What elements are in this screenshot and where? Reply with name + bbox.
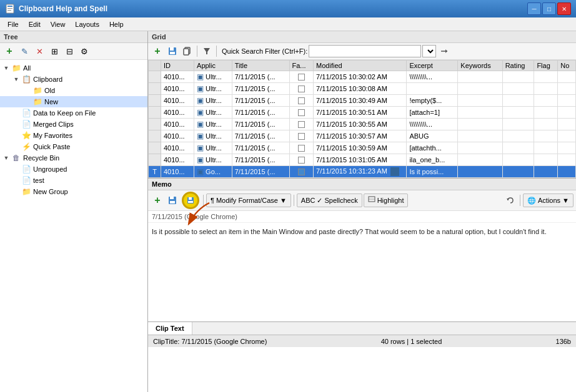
modify-format-button[interactable]: ¶ Modify Format/Case ▼ <box>206 194 291 207</box>
cell-fav <box>289 95 314 107</box>
cell-keywords <box>458 142 502 154</box>
tree-add-button[interactable]: + <box>2 44 16 58</box>
cell-title: 7/11/2015 (... <box>232 154 289 166</box>
grid-table-container[interactable]: ID Applic Title Fa... Modified Excerpt K… <box>148 60 576 178</box>
list-item[interactable]: ▼ 📁 All <box>0 62 147 74</box>
minimize-button[interactable]: ─ <box>527 2 541 15</box>
table-row[interactable]: 4010...▣ Ultr...7/11/2015 (...7/11/2015 … <box>149 119 576 130</box>
memo-toolbar: + ¶ <box>148 190 576 211</box>
cell-app: ▣ Ultr... <box>194 71 232 83</box>
menu-layouts[interactable]: Layouts <box>70 19 104 29</box>
maximize-button[interactable]: □ <box>542 2 556 15</box>
table-row[interactable]: 4010...▣ Ultr...7/11/2015 (...7/11/2015 … <box>149 95 576 107</box>
table-row[interactable]: T4010...▣ Go...7/11/2015 (...7/11/2015 1… <box>149 166 576 178</box>
col-rating[interactable]: Rating <box>502 61 534 71</box>
cell-rating <box>502 71 534 83</box>
cell-no <box>558 107 576 119</box>
actions-button[interactable]: 🌐 Actions ▼ <box>523 194 574 207</box>
col-flag[interactable]: Flag <box>534 61 558 71</box>
tree-settings-button[interactable]: ⚙ <box>77 44 91 58</box>
cell-flag <box>534 166 558 178</box>
memo-undo-button[interactable] <box>504 194 517 207</box>
svg-rect-1 <box>7 6 12 7</box>
cell-no <box>558 142 576 154</box>
cell-flag <box>534 154 558 166</box>
tree-expand-button[interactable]: ⊞ <box>47 44 61 58</box>
tab-clip-text[interactable]: Clip Text <box>148 322 192 335</box>
list-item[interactable]: ▶ 📁 Old <box>0 85 147 96</box>
tree-edit-button[interactable]: ✎ <box>17 44 31 58</box>
cell-modified: 7/11/2015 10:30:08 AM <box>314 83 407 95</box>
list-item[interactable]: ▶ 📁 New Group <box>0 186 147 197</box>
grid-save-button[interactable] <box>166 44 179 58</box>
table-row[interactable]: 4010...▣ Ultr...7/11/2015 (...7/11/2015 … <box>149 142 576 154</box>
cell-app: ▣ Ultr... <box>194 107 232 119</box>
col-keywords[interactable]: Keywords <box>458 61 502 71</box>
cell-modified: 7/11/2015 10:30:57 AM <box>314 130 407 142</box>
cell-keywords <box>458 119 502 130</box>
svg-rect-3 <box>7 10 11 11</box>
menu-help[interactable]: Help <box>104 19 129 29</box>
cell-rating <box>502 95 534 107</box>
table-row[interactable]: 4010...▣ Ultr...7/11/2015 (...7/11/2015 … <box>149 154 576 166</box>
row-info-status: 40 rows | 1 selected <box>381 338 442 345</box>
list-item[interactable]: ▶ 📄 Data to Keep on File <box>0 107 147 119</box>
cell-rating <box>502 154 534 166</box>
tree-collapse-button[interactable]: ⊟ <box>62 44 76 58</box>
menu-view[interactable]: View <box>46 19 71 29</box>
cell-app: ▣ Ultr... <box>194 130 232 142</box>
cell-rating <box>502 107 534 119</box>
search-edit-button[interactable] <box>437 44 451 58</box>
search-dropdown[interactable] <box>422 45 436 57</box>
memo-add-button[interactable]: + <box>151 194 164 207</box>
list-item[interactable]: ▼ 🗑 Recycle Bin <box>0 152 147 164</box>
cell-rating <box>502 130 534 142</box>
svg-rect-5 <box>170 47 174 51</box>
table-row[interactable]: 4010...▣ Ultr...7/11/2015 (...7/11/2015 … <box>149 71 576 83</box>
title-bar: Clipboard Help and Spell ─ □ ✕ <box>0 0 576 17</box>
cell-id: 4010... <box>161 119 194 130</box>
menu-edit[interactable]: Edit <box>24 19 46 29</box>
cell-app: ▣ Ultr... <box>194 83 232 95</box>
col-no[interactable]: No <box>558 61 576 71</box>
svg-marker-11 <box>445 49 447 53</box>
tree-item-new[interactable]: ▶ 📁 New <box>0 96 147 107</box>
search-input[interactable] <box>309 45 421 57</box>
col-id[interactable]: ID <box>161 61 194 71</box>
svg-rect-2 <box>7 8 12 9</box>
list-item[interactable]: ▶ ⚡ Quick Paste <box>0 141 147 152</box>
spellcheck-button[interactable]: ABC ✓ Spellcheck <box>297 194 362 207</box>
grid-copy-button[interactable] <box>181 44 194 58</box>
list-item[interactable]: ▶ 📄 Ungrouped <box>0 164 147 175</box>
svg-marker-9 <box>204 48 210 54</box>
cell-title: 7/11/2015 (... <box>232 71 289 83</box>
table-row[interactable]: 4010...▣ Ultr...7/11/2015 (...7/11/2015 … <box>149 83 576 95</box>
col-title[interactable]: Title <box>232 61 289 71</box>
col-modified[interactable]: Modified <box>314 61 407 71</box>
cell-keywords <box>458 95 502 107</box>
col-app[interactable]: Applic <box>194 61 232 71</box>
col-excerpt[interactable]: Excerpt <box>407 61 458 71</box>
memo-content[interactable]: Is it possible to select an item in the … <box>148 223 576 321</box>
grid-toolbar: + <box>148 43 576 60</box>
list-item[interactable]: ▼ 📋 Clipboard <box>0 74 147 85</box>
memo-save-button[interactable] <box>166 194 179 207</box>
grid-filter-button[interactable] <box>200 44 214 58</box>
highlight-button[interactable]: Highlight <box>364 194 409 207</box>
list-item[interactable]: ▶ 📄 Merged Clips <box>0 119 147 130</box>
list-item[interactable]: ▶ ⭐ My Favorites <box>0 130 147 141</box>
close-button[interactable]: ✕ <box>557 2 571 15</box>
row-number <box>149 107 161 119</box>
cell-excerpt: \\\\\\\\\... <box>407 119 458 130</box>
yellow-circle-annotation <box>182 192 199 209</box>
col-fav[interactable]: Fa... <box>289 61 314 71</box>
row-number <box>149 130 161 142</box>
tree-delete-button[interactable]: ✕ <box>32 44 46 58</box>
grid-add-button[interactable]: + <box>151 44 164 58</box>
svg-rect-13 <box>170 197 174 199</box>
table-row[interactable]: 4010...▣ Ultr...7/11/2015 (...7/11/2015 … <box>149 107 576 119</box>
cell-id: 4010... <box>161 166 194 178</box>
menu-file[interactable]: File <box>2 19 24 29</box>
table-row[interactable]: 4010...▣ Ultr...7/11/2015 (...7/11/2015 … <box>149 130 576 142</box>
list-item[interactable]: ▶ 📄 test <box>0 175 147 186</box>
